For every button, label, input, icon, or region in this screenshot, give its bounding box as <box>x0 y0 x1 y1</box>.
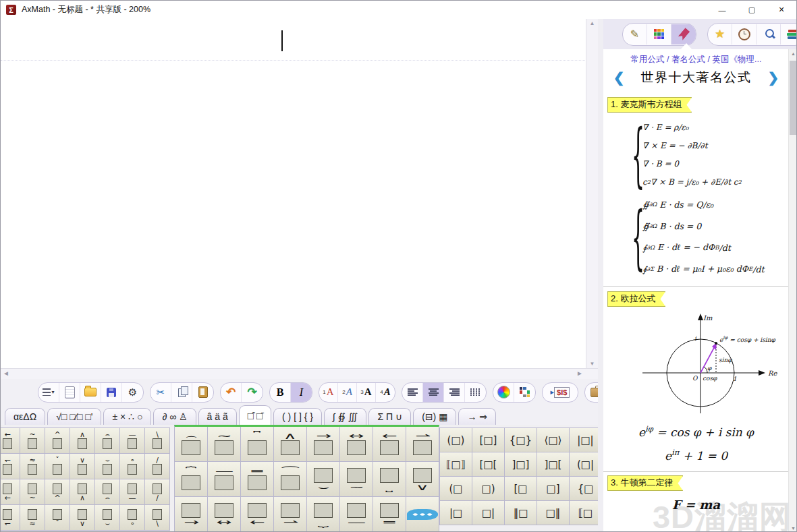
symbol-cell[interactable]: ⎴ <box>241 427 273 461</box>
symbol-cell[interactable]: ⇀ <box>406 427 439 461</box>
color-wheel-button[interactable] <box>493 383 514 402</box>
symbol-cell[interactable]: ‖□ <box>505 501 537 525</box>
history-button[interactable] <box>732 24 757 45</box>
symbol-cell[interactable]: \ <box>145 428 169 453</box>
symbol-cell[interactable]: ∼ <box>208 427 240 461</box>
copy-button[interactable] <box>171 383 192 402</box>
symbol-cell[interactable]: ⇀ <box>274 497 306 531</box>
scroll-down-icon[interactable]: ▼ <box>789 526 797 531</box>
symbol-cell[interactable]: ⎵ <box>373 462 406 496</box>
handwrite-button[interactable]: ✎ <box>623 24 647 45</box>
symbol-cell[interactable]: ⏜ <box>274 462 306 496</box>
symbol-cell[interactable]: ⌢ <box>95 428 119 453</box>
symbol-cell[interactable]: ↔ <box>208 497 240 531</box>
symbol-cell[interactable]: ∼ <box>340 462 373 496</box>
bold-button[interactable]: B <box>270 383 291 402</box>
align-special-button[interactable] <box>465 383 486 402</box>
symbol-cell[interactable]: / <box>145 454 169 479</box>
symbol-cell[interactable]: □‖ <box>537 501 569 525</box>
scroll-left-icon[interactable]: ◄ <box>3 370 9 377</box>
cut-button[interactable]: ✂ <box>150 383 171 402</box>
symbol-cell[interactable]: |□| <box>570 428 598 452</box>
symbol-cell[interactable] <box>406 497 439 531</box>
align-left-button[interactable] <box>402 383 423 402</box>
symbol-cell[interactable]: [□[ <box>472 452 504 476</box>
symbol-tab[interactable]: ± × ∴ ○ <box>103 408 151 425</box>
symbol-tab[interactable]: (⊟) ▦ <box>413 408 456 425</box>
font-preset-button[interactable]: 3A <box>357 383 376 402</box>
symbol-cell[interactable]: □] <box>537 477 569 500</box>
symbol-cell[interactable]: (□) <box>440 428 472 452</box>
symbol-cell[interactable]: ∘ <box>120 454 144 479</box>
symbol-tab[interactable]: â ä ã <box>198 408 237 425</box>
symbol-cell[interactable]: ⟦□ <box>570 501 598 525</box>
symbol-cell[interactable]: |□ <box>440 501 472 525</box>
symbol-tab[interactable]: → ⇒ <box>458 408 496 425</box>
symbol-tab[interactable]: □̂ □̄ <box>239 405 271 425</box>
maxwell-integral-equations[interactable]: { ∯∂Ω E · ds = Q/ε₀∯∂Ω B · ds = 0∮∂Ω E ·… <box>632 194 789 280</box>
symbol-tab[interactable]: ( ) [ ] { } <box>273 408 322 425</box>
symbol-cell[interactable]: ]□[ <box>537 452 569 476</box>
symbol-cell[interactable]: ═ <box>373 497 406 531</box>
symbol-cell[interactable]: → <box>175 497 207 531</box>
symbol-cell[interactable]: ]□] <box>505 452 537 476</box>
document-canvas[interactable]: ▲ ▼ <box>1 19 598 368</box>
symbol-cell[interactable]: — <box>120 428 144 453</box>
open-button[interactable] <box>80 383 101 402</box>
symbol-palette-button[interactable] <box>647 24 671 45</box>
symbol-cell[interactable]: {□} <box>505 428 537 452</box>
next-page-chevron[interactable]: ❯ <box>768 71 779 84</box>
color-palette-button[interactable] <box>514 383 535 402</box>
symbol-cell[interactable]: ˇ <box>45 505 70 530</box>
symbol-cell[interactable]: / <box>145 479 169 504</box>
symbol-cell[interactable]: ≈ <box>20 505 45 530</box>
symbol-cell[interactable]: [□ <box>505 477 537 500</box>
canvas-horizontal-scrollbar[interactable]: ◄ ► <box>1 368 598 380</box>
favorites-button[interactable]: ★ <box>708 24 732 45</box>
symbol-cell[interactable]: — <box>208 462 240 496</box>
symbol-cell[interactable]: {□ <box>570 477 598 500</box>
breadcrumb[interactable]: 常用公式 / 著名公式 / 英国《物理... <box>603 54 789 65</box>
italic-button[interactable]: I <box>291 383 312 402</box>
symbol-cell[interactable]: ~ <box>20 428 45 453</box>
close-button[interactable]: ✕ <box>767 1 796 19</box>
symbol-cell[interactable]: ∨ <box>406 462 439 496</box>
scroll-right-icon[interactable]: ► <box>576 370 583 377</box>
redo-button[interactable]: ↷ <box>242 383 263 402</box>
symbol-cell[interactable]: ⌣ <box>307 462 339 496</box>
symbol-cell[interactable]: — <box>340 497 373 531</box>
symbol-cell[interactable]: ∘ <box>120 505 144 530</box>
symbol-cell[interactable]: ⟨□⟩ <box>537 428 569 452</box>
scroll-up-icon[interactable]: ▲ <box>789 51 797 56</box>
symbol-cell[interactable]: → <box>307 427 339 461</box>
scrollbar-thumb[interactable] <box>790 61 797 135</box>
symbol-tab[interactable]: Σ Π ∪ <box>368 408 411 425</box>
symbol-cell[interactable]: [□] <box>472 428 504 452</box>
minimize-button[interactable]: — <box>707 1 737 19</box>
settings-button[interactable]: ⚙ <box>122 383 143 402</box>
maxwell-differential-equations[interactable]: { ∇ · E = ρ/ε₀∇ × E = − ∂B/∂t∇ · B = 0c2… <box>632 118 789 191</box>
symbol-cell[interactable]: ↔ <box>340 427 373 461</box>
undo-button[interactable]: ↶ <box>221 383 242 402</box>
symbol-cell[interactable]: ⏟ <box>307 497 339 531</box>
symbol-cell[interactable]: ∨ <box>70 454 94 479</box>
maximize-button[interactable]: ▢ <box>737 1 767 19</box>
symbol-cell[interactable]: ∨ <box>70 505 94 530</box>
align-right-button[interactable] <box>444 383 465 402</box>
symbol-cell[interactable]: (□ <box>440 477 472 500</box>
symbol-cell[interactable]: ⏞ <box>175 462 207 496</box>
paste-button[interactable] <box>192 383 213 402</box>
new-document-button[interactable] <box>59 383 80 402</box>
font-preset-button[interactable]: 4A <box>376 383 395 402</box>
symbol-tab[interactable]: αεΔΩ <box>5 408 45 425</box>
symbol-cell[interactable]: — <box>120 479 144 504</box>
prev-page-chevron[interactable]: ❮ <box>613 71 625 84</box>
symbol-cell[interactable]: ∧ <box>274 427 306 461</box>
symbol-cell[interactable]: \ <box>145 505 169 530</box>
symbol-cell[interactable]: ═ <box>241 462 273 496</box>
symbol-cell[interactable]: ⌢ <box>175 427 207 461</box>
symbol-cell[interactable]: (□| <box>570 452 598 476</box>
bookmark-library-button[interactable] <box>671 24 696 45</box>
scroll-down-icon[interactable]: ▼ <box>586 361 598 367</box>
scroll-up-icon[interactable]: ▲ <box>586 20 598 26</box>
